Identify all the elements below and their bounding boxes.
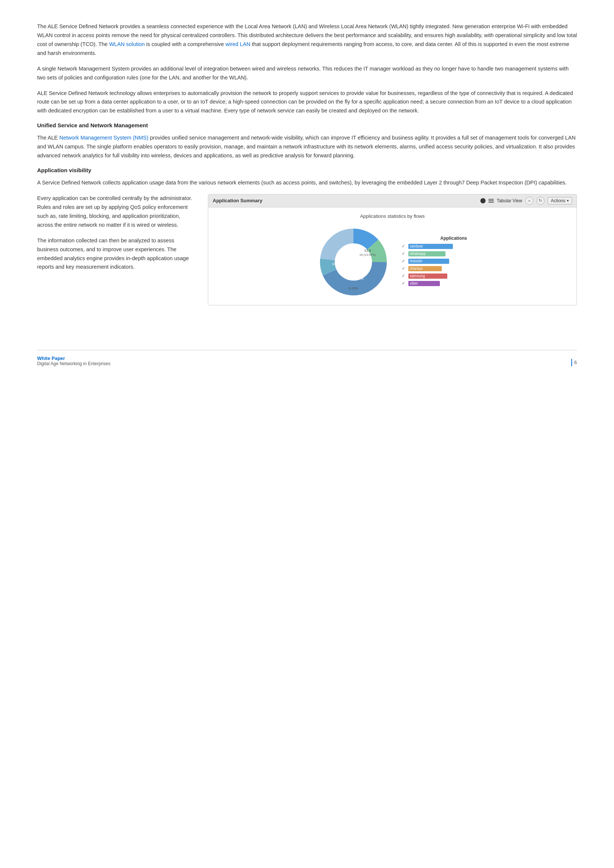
left-para-2: The information collected can then be an… [37,236,193,272]
svg-text:43.33%: 43.33% [332,262,344,266]
legend-check-icon: ✓ [402,266,406,271]
legend-bar-wrap: whatsapp [408,251,468,256]
legend-label: rainbow [410,244,423,248]
left-column: Every application can be controlled cent… [37,194,193,305]
paragraph-5: A Service Defined Network collects appli… [37,178,577,188]
svg-text:8.23%: 8.23% [349,287,358,290]
legend-bar: sharepc [408,266,442,271]
plus-icon-btn[interactable]: + [525,197,533,205]
legend-label: linkedin [410,259,422,263]
footer-left: White Paper Digital Age Networking in En… [37,355,110,366]
wired-lan-link[interactable]: wired LAN [225,41,250,47]
dot-icon [481,198,485,203]
page-content: The ALE Service Defined Network provides… [37,22,577,366]
legend-item: ✓ sharepc [402,266,468,271]
widget-body: Applications statistics by flows [208,208,577,305]
left-para-1: Every application can be controlled cent… [37,194,193,230]
heading-app-visibility: Application visibility [37,167,577,173]
legend-bar-wrap: sharepc [408,266,468,271]
legend-bar-wrap: samsung [408,273,468,279]
donut-chart: 13.3 16 (13.33%) 43.33% 11.67% 8.23% [316,225,391,299]
legend-bar-wrap: linkedin [408,259,468,264]
legend-items-container: ✓ rainbow ✓ whatsapp ✓ linkedin ✓ [402,244,468,286]
legend-check-icon: ✓ [402,273,406,278]
legend-label: samsung [410,274,425,278]
paragraph-1: The ALE Service Defined Network provides… [37,22,577,58]
chart-area: 13.3 16 (13.33%) 43.33% 11.67% 8.23% [216,225,569,299]
legend-label: whatsapp [410,252,426,256]
footer-right: 6 [571,359,577,366]
tabular-view-button[interactable]: Tabular View [497,198,522,203]
legend-bar: samsung [408,273,447,279]
legend-bar: rainbow [408,244,453,249]
nms-link[interactable]: Network Management System (NMS) [59,135,149,141]
widget-title: Application Summary [213,198,477,203]
wlan-solution-link[interactable]: WLAN solution [109,41,145,47]
legend-label: sharepc [410,267,423,271]
legend-label: viber [410,281,418,285]
list-icon[interactable] [488,199,494,203]
page-footer: White Paper Digital Age Networking in En… [37,350,577,366]
chart-title: Applications statistics by flows [216,213,569,219]
footer-subtitle: Digital Age Networking in Enterprises [37,361,110,366]
legend-check-icon: ✓ [402,251,406,256]
page-number: 6 [574,360,577,365]
right-column: Application Summary Tabular View + ↻ Act… [208,194,577,305]
legend-item: ✓ viber [402,281,468,286]
widget-controls: Tabular View + ↻ Actions ▾ [481,197,572,205]
footer-badge: White Paper [37,355,110,361]
svg-text:16 (13.33%): 16 (13.33%) [359,253,376,256]
refresh-icon-btn[interactable]: ↻ [536,197,544,205]
legend-bar: whatsapp [408,251,445,256]
legend-item: ✓ whatsapp [402,251,468,256]
legend-check-icon: ✓ [402,259,406,264]
legend-bar-wrap: viber [408,281,468,286]
app-summary-widget: Application Summary Tabular View + ↻ Act… [208,194,577,305]
legend-bar: viber [408,281,440,286]
legend-bar-wrap: rainbow [408,244,468,249]
actions-arrow-icon: ▾ [567,198,569,203]
paragraph-2: A single Network Management System provi… [37,65,577,82]
paragraph-3: ALE Service Defined Network technology a… [37,89,577,116]
legend: Applications ✓ rainbow ✓ whatsapp ✓ [402,236,468,288]
legend-bar: linkedin [408,259,449,264]
legend-item: ✓ samsung [402,273,468,279]
heading-unified: Unified Service and Network Management [37,122,577,129]
actions-button[interactable]: Actions ▾ [547,197,572,205]
legend-item: ✓ rainbow [402,244,468,249]
svg-text:13.3: 13.3 [364,249,371,252]
legend-item: ✓ linkedin [402,259,468,264]
svg-text:11.67%: 11.67% [352,277,364,281]
legend-header: Applications [402,236,468,241]
paragraph-4: The ALE Network Management System (NMS) … [37,133,577,160]
footer-divider [571,359,572,366]
legend-check-icon: ✓ [402,244,406,249]
legend-check-icon: ✓ [402,281,406,286]
two-col-layout: Every application can be controlled cent… [37,194,577,305]
widget-header: Application Summary Tabular View + ↻ Act… [208,194,577,208]
